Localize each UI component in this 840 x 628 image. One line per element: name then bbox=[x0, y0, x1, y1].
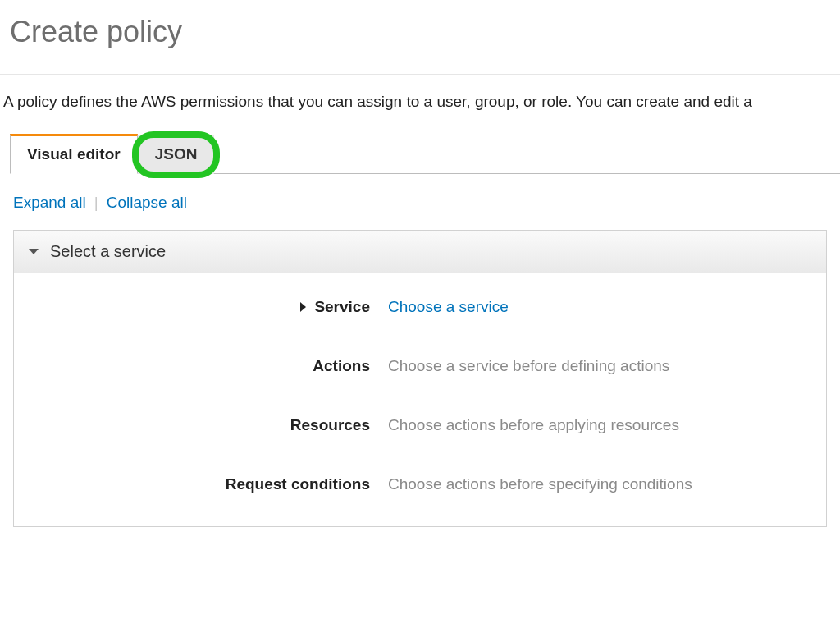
service-panel-title: Select a service bbox=[50, 242, 166, 261]
actions-label: Actions bbox=[27, 357, 388, 375]
tabs-bar: Visual editor JSON bbox=[0, 134, 840, 174]
service-panel-header[interactable]: Select a service bbox=[14, 231, 826, 273]
request-conditions-label-text: Request conditions bbox=[226, 475, 370, 493]
actions-row: Actions Choose a service before defining… bbox=[27, 357, 813, 375]
actions-value: Choose a service before defining actions bbox=[388, 357, 669, 375]
resources-label: Resources bbox=[27, 416, 388, 434]
tab-json[interactable]: JSON bbox=[138, 135, 215, 174]
tab-visual-editor[interactable]: Visual editor bbox=[10, 134, 138, 174]
service-panel-body: Service Choose a service Actions Choose … bbox=[14, 273, 826, 526]
service-label: Service bbox=[27, 298, 388, 316]
page-title: Create policy bbox=[0, 0, 840, 74]
policy-description: A policy defines the AWS permissions tha… bbox=[0, 93, 840, 134]
request-conditions-label: Request conditions bbox=[27, 475, 388, 493]
expand-all-link[interactable]: Expand all bbox=[13, 194, 86, 212]
choose-service-link[interactable]: Choose a service bbox=[388, 298, 509, 316]
tab-visual-editor-label: Visual editor bbox=[27, 145, 121, 163]
chevron-right-icon bbox=[300, 302, 306, 312]
request-conditions-row: Request conditions Choose actions before… bbox=[27, 475, 813, 493]
link-separator: | bbox=[94, 194, 98, 212]
collapse-all-link[interactable]: Collapse all bbox=[107, 194, 187, 212]
resources-value: Choose actions before applying resources bbox=[388, 416, 679, 434]
actions-label-text: Actions bbox=[313, 357, 370, 375]
divider bbox=[0, 74, 840, 75]
service-row: Service Choose a service bbox=[27, 298, 813, 316]
tab-json-label: JSON bbox=[155, 145, 198, 163]
expand-collapse-controls: Expand all | Collapse all bbox=[0, 174, 840, 230]
service-panel: Select a service Service Choose a servic… bbox=[13, 230, 827, 527]
resources-label-text: Resources bbox=[290, 416, 370, 434]
service-label-text: Service bbox=[314, 298, 370, 316]
request-conditions-value: Choose actions before specifying conditi… bbox=[388, 475, 692, 493]
chevron-down-icon bbox=[29, 249, 39, 254]
resources-row: Resources Choose actions before applying… bbox=[27, 416, 813, 434]
